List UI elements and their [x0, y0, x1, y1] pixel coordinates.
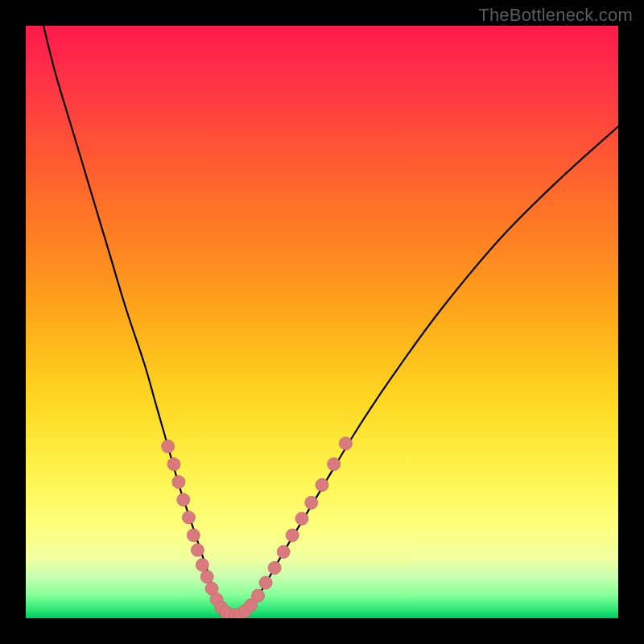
curve-dots	[162, 437, 353, 618]
curve-dot	[339, 437, 352, 450]
curve-dot	[191, 543, 204, 556]
watermark-text: TheBottleneck.com	[478, 5, 633, 26]
chart-frame: TheBottleneck.com	[0, 0, 644, 644]
curve-dot	[259, 576, 272, 589]
curve-svg	[26, 26, 618, 618]
curve-dot	[177, 493, 190, 506]
bottleneck-curve	[43, 26, 618, 616]
curve-dot	[182, 511, 195, 524]
curve-dot	[252, 589, 265, 602]
curve-dot	[162, 440, 175, 453]
curve-dot	[196, 559, 208, 572]
curve-dot	[328, 458, 341, 471]
curve-dot	[295, 512, 308, 525]
curve-dot	[268, 561, 281, 574]
curve-dot	[187, 529, 200, 542]
curve-dot	[305, 496, 318, 509]
curve-dot	[200, 570, 213, 583]
curve-dot	[316, 478, 328, 491]
curve-dot	[167, 458, 180, 471]
curve-dot	[277, 546, 290, 559]
curve-dot	[286, 529, 299, 542]
plot-area	[26, 26, 618, 618]
curve-dot	[172, 476, 185, 489]
